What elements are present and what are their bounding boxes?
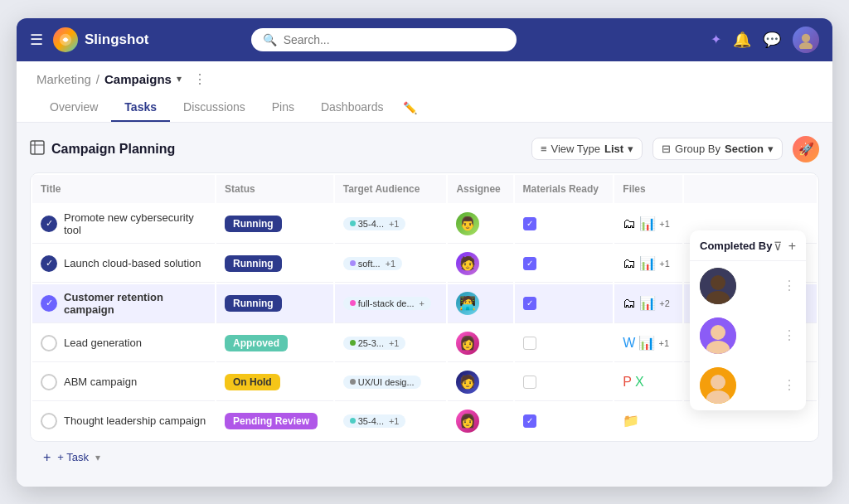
task-checkbox[interactable]: ✓	[41, 295, 57, 312]
assignee-avatar: 👩	[456, 332, 479, 355]
tab-dashboards[interactable]: Dashboards	[308, 94, 397, 122]
file-icon-2: 📊	[638, 335, 655, 351]
table-toolbar: Campaign Planning ≡ View Type List ▾ ⊟ G…	[30, 136, 819, 162]
tag-plus: +1	[389, 219, 400, 229]
file-icon: W	[623, 336, 635, 351]
add-icon[interactable]: +	[788, 239, 796, 254]
files-count: +2	[659, 298, 670, 308]
tag-plus: +	[420, 298, 424, 308]
completed-by-row-1: ⋮	[690, 261, 806, 311]
files-cell: 🗂 📊 +1	[623, 255, 674, 271]
sparkle-icon[interactable]: ✦	[711, 32, 721, 47]
tab-tasks[interactable]: Tasks	[111, 94, 170, 122]
bell-icon[interactable]: 🔔	[733, 31, 751, 49]
edit-icon[interactable]: ✏️	[403, 101, 417, 114]
table-title-icon	[30, 140, 45, 158]
materials-checkbox[interactable]	[523, 337, 536, 350]
status-badge: Running	[225, 216, 282, 232]
hamburger-icon[interactable]: ☰	[30, 31, 43, 49]
task-name-cell: ✓ Promote new cybersecurity tool	[41, 211, 206, 236]
col-status: Status	[216, 175, 333, 203]
breadcrumb-separator: /	[96, 72, 99, 86]
add-task-label[interactable]: + Task	[57, 451, 89, 463]
task-checkbox[interactable]	[41, 374, 57, 390]
tag-plus: +1	[386, 259, 396, 269]
completed-by-row-3: ⋮	[690, 361, 806, 410]
files-cell: 📁	[623, 413, 674, 429]
table-title: Campaign Planning	[30, 140, 175, 158]
toolbar-right: ≡ View Type List ▾ ⊟ Group By Section ▾ …	[531, 136, 819, 162]
row-more-icon[interactable]: ⋮	[783, 377, 796, 393]
group-by-button[interactable]: ⊟ Group By Section ▾	[653, 138, 783, 160]
task-title[interactable]: Customer retention campaign	[64, 291, 206, 316]
assignee-avatar: 🧑‍💻	[456, 292, 479, 315]
completed-panel-header: Completed By ⊽ +	[690, 230, 806, 261]
target-tag: soft... +1	[343, 257, 402, 270]
tag-dot	[350, 300, 356, 306]
status-badge: Approved	[225, 335, 288, 351]
add-task-row[interactable]: + + Task ▾	[30, 442, 819, 473]
materials-checkbox[interactable]: ✓	[523, 217, 536, 230]
task-name-cell: ✓ Launch cloud-based solution	[41, 255, 206, 272]
file-icon-2: 📊	[639, 255, 656, 271]
task-checkbox[interactable]	[41, 413, 57, 429]
assignee-avatar: 👨	[456, 212, 479, 235]
logo-text: Slingshot	[85, 32, 148, 48]
materials-checkbox[interactable]: ✓	[523, 257, 536, 270]
completed-by-row-2: ⋮	[690, 311, 806, 361]
tab-discussions[interactable]: Discussions	[170, 94, 259, 122]
chat-icon[interactable]: 💬	[763, 31, 781, 49]
target-tag: full-stack de... +	[343, 297, 431, 310]
task-checkbox[interactable]	[41, 335, 57, 351]
files-cell: 🗂 📊 +1	[623, 216, 674, 231]
breadcrumb-parent[interactable]: Marketing	[36, 72, 91, 86]
logo-area: Slingshot	[53, 27, 148, 52]
row-more-icon[interactable]: ⋮	[783, 278, 796, 293]
col-target: Target Audience	[335, 175, 447, 203]
view-type-button[interactable]: ≡ View Type List ▾	[531, 138, 643, 160]
file-icon-2: 📊	[639, 295, 656, 311]
row-more-icon[interactable]: ⋮	[783, 327, 796, 343]
task-title[interactable]: Thought leadership campaign	[64, 414, 206, 427]
search-bar[interactable]: 🔍	[251, 28, 517, 51]
chevron-down-icon[interactable]: ▾	[177, 73, 182, 85]
col-completed	[684, 175, 817, 203]
task-name-cell: Lead generation	[41, 335, 206, 351]
svg-point-13	[711, 375, 725, 390]
completed-by-avatar-3	[700, 367, 736, 404]
top-nav: ☰ Slingshot 🔍 ✦ 🔔 💬	[17, 18, 832, 61]
task-checkbox[interactable]: ✓	[41, 255, 57, 272]
search-input[interactable]	[284, 33, 505, 46]
task-checkbox[interactable]: ✓	[41, 216, 57, 232]
svg-point-2	[799, 41, 813, 48]
tag-dot	[350, 220, 356, 226]
file-icon: 🗂	[623, 256, 636, 271]
tab-overview[interactable]: Overview	[36, 94, 111, 122]
svg-point-7	[711, 275, 725, 290]
tab-pins[interactable]: Pins	[259, 94, 308, 122]
table-container: Campaign Planning ≡ View Type List ▾ ⊟ G…	[17, 123, 832, 487]
task-title[interactable]: Launch cloud-based solution	[64, 257, 201, 269]
avatar[interactable]	[793, 27, 819, 53]
logo-icon	[53, 27, 78, 52]
task-title[interactable]: Lead generation	[64, 337, 142, 349]
breadcrumb: Marketing / Campaigns ▾ ⋮	[17, 61, 832, 87]
materials-checkbox[interactable]: ✓	[523, 297, 536, 310]
task-title[interactable]: Promote new cybersecurity tool	[64, 211, 206, 236]
col-files: Files	[614, 175, 682, 203]
materials-checkbox[interactable]: ✓	[523, 414, 536, 428]
task-title[interactable]: ABM campaign	[64, 376, 137, 388]
files-count: +1	[659, 219, 670, 229]
file-icon: P	[623, 375, 632, 390]
breadcrumb-current[interactable]: Campaigns	[104, 72, 172, 86]
rocket-button[interactable]: 🚀	[793, 136, 819, 162]
assignee-avatar: 🧑	[456, 371, 479, 394]
tabs-bar: Overview Tasks Discussions Pins Dashboar…	[17, 87, 832, 123]
materials-checkbox[interactable]	[523, 376, 536, 389]
add-chevron-icon[interactable]: ▾	[95, 452, 100, 463]
files-cell: 🗂 📊 +2	[623, 295, 674, 311]
svg-rect-3	[31, 141, 44, 154]
more-options-icon[interactable]: ⋮	[193, 71, 206, 87]
filter-icon[interactable]: ⊽	[774, 240, 782, 253]
group-icon: ⊟	[662, 143, 671, 155]
